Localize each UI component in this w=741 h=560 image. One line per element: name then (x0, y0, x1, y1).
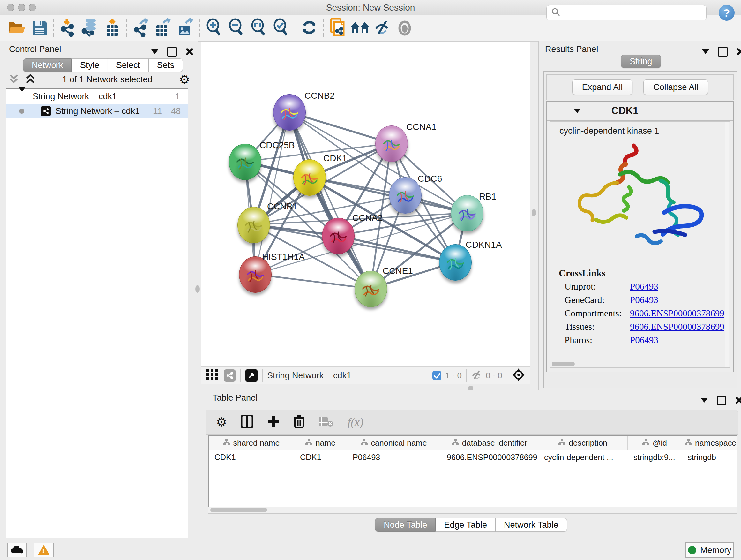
column-label: description (569, 438, 607, 448)
network-collection-row[interactable]: String Network – cdk1 1 (6, 89, 188, 104)
control-panel-close-icon[interactable] (186, 48, 193, 56)
gene-panel-hscroll-thumb[interactable] (552, 362, 575, 366)
control-panel-menu-icon[interactable] (151, 50, 158, 54)
zoom-out-button[interactable] (225, 18, 247, 38)
clone-network-button[interactable] (327, 18, 349, 38)
table-tabs: Node TableEdge TableNetwork Table (375, 518, 567, 532)
column-header-canonicalname[interactable]: canonical name (347, 436, 441, 450)
gene-collapse-icon[interactable] (574, 109, 581, 113)
help-button[interactable]: ? (719, 5, 735, 21)
node-CDK1[interactable] (293, 159, 326, 196)
show-all-button[interactable] (394, 18, 416, 38)
import-network-file-button[interactable] (57, 18, 79, 38)
network-share-icon[interactable] (224, 369, 236, 381)
tab-edge-table[interactable]: Edge Table (435, 518, 495, 532)
import-network-database-button[interactable] (79, 18, 101, 38)
selected-indicator-checkbox[interactable] (432, 371, 441, 380)
column-header-namespace[interactable]: namespace (682, 436, 737, 450)
column-header-id[interactable]: @id (628, 436, 682, 450)
results-panel-close-icon[interactable] (737, 48, 741, 56)
collapse-triangle-icon[interactable] (18, 91, 25, 102)
delete-column-trash-icon[interactable] (293, 415, 305, 429)
tab-network[interactable]: Network (23, 58, 72, 72)
node-label-HIST1H1A: HIST1H1A (262, 252, 305, 262)
results-panel-menu-icon[interactable] (702, 50, 709, 54)
fit-content-crosshair-icon[interactable] (512, 368, 526, 383)
table-panel-close-icon[interactable] (735, 396, 741, 404)
crosslink-link[interactable]: P06493 (630, 335, 658, 346)
table-hscroll-thumb[interactable] (210, 508, 267, 512)
column-header-databaseidentifier[interactable]: database identifier (441, 436, 538, 450)
hide-selected-button[interactable] (371, 18, 394, 38)
open-session-button[interactable] (6, 18, 28, 38)
collapse-all-button[interactable]: Collapse All (643, 79, 708, 95)
node-CCNA1[interactable] (375, 125, 408, 162)
network-edge-count: 48 (171, 106, 181, 116)
control-panel-float-icon[interactable] (167, 47, 177, 57)
warning-icon (38, 545, 50, 555)
network-options-gear-icon[interactable]: ⚙ (179, 73, 190, 85)
tab-sets[interactable]: Sets (149, 58, 183, 72)
collapse-all-networks-icon[interactable] (25, 74, 36, 85)
tab-style[interactable]: Style (72, 58, 108, 72)
node-CDC6[interactable] (389, 177, 421, 213)
node-label-CDC6: CDC6 (418, 174, 442, 184)
tab-network-table[interactable]: Network Table (495, 518, 567, 532)
zoom-selected-button[interactable] (270, 18, 292, 38)
tab-node-table[interactable]: Node Table (375, 518, 435, 532)
column-header-name[interactable]: name (294, 436, 347, 450)
network-row-selected[interactable]: String Network – cdk1 11 48 (6, 104, 188, 118)
crosslink-link[interactable]: 9606.ENSP00000378699 (630, 308, 724, 319)
node-CCNB1[interactable] (238, 207, 270, 243)
network-canvas[interactable]: CCNB2CCNA1CDC25BCDK1CDC6RB1CCNB1CCNA2CDK… (201, 42, 530, 367)
add-column-icon[interactable] (267, 415, 279, 429)
warnings-button[interactable] (34, 543, 54, 557)
crosslink-link[interactable]: P06493 (630, 295, 658, 305)
crosslink-link[interactable]: P06493 (630, 281, 658, 292)
save-session-button[interactable] (28, 18, 51, 38)
left-splitter-grip[interactable] (195, 285, 200, 293)
table-panel: Table Panel ⚙ f(x) shared namenamecanoni… (201, 390, 741, 537)
memory-button[interactable]: Memory (685, 542, 734, 558)
table-panel-float-icon[interactable] (717, 395, 726, 405)
table-row[interactable]: CDK1CDK1P064939606.ENSP00000378699cyclin… (209, 450, 737, 464)
export-table-button[interactable] (152, 18, 174, 38)
import-table-button[interactable] (101, 18, 124, 38)
grid-mode-icon[interactable] (206, 369, 218, 382)
node-RB1[interactable] (451, 195, 483, 232)
cloud-button[interactable] (7, 543, 27, 557)
edge-HIST1H1A-CCNE1[interactable] (255, 274, 370, 289)
column-label: database identifier (462, 438, 527, 448)
expand-all-button[interactable]: Expand All (572, 79, 633, 95)
crosslinks-title: CrossLinks (559, 267, 730, 278)
expand-all-networks-icon[interactable] (8, 74, 19, 85)
search-input[interactable] (546, 5, 706, 20)
crosslink-link[interactable]: 9606.ENSP00000378699 (630, 321, 724, 332)
node-CCNA2[interactable] (322, 218, 354, 254)
string-network-icon (41, 106, 51, 116)
column-label: canonical name (371, 438, 427, 448)
right-splitter-grip[interactable] (532, 209, 536, 216)
tab-string[interactable]: String (621, 55, 661, 68)
show-columns-icon[interactable] (241, 415, 253, 429)
graphics-details-button[interactable] (349, 18, 371, 38)
node-CDC25B[interactable] (229, 144, 261, 180)
table-options-gear-icon[interactable]: ⚙ (216, 416, 227, 428)
table-panel-menu-icon[interactable] (701, 398, 708, 402)
table-hscrollbar[interactable] (208, 507, 737, 514)
column-header-description[interactable]: description (538, 436, 628, 450)
zoom-in-button[interactable] (203, 18, 225, 38)
column-type-icon (223, 438, 230, 448)
node-CCNB2[interactable] (273, 94, 306, 131)
refresh-view-button[interactable] (298, 18, 320, 38)
birdseye-toggle-icon[interactable] (245, 369, 258, 382)
gene-panel-vscrollbar[interactable] (725, 122, 729, 367)
export-network-button[interactable] (130, 18, 152, 38)
node-table[interactable]: shared namenamecanonical namedatabase id… (208, 435, 737, 514)
zoom-fit-button[interactable] (247, 18, 270, 38)
column-header-sharedname[interactable]: shared name (209, 436, 294, 450)
tab-select[interactable]: Select (108, 58, 149, 72)
export-image-button[interactable] (174, 18, 197, 38)
results-panel-float-icon[interactable] (718, 47, 728, 57)
node-CCNE1[interactable] (354, 271, 387, 307)
